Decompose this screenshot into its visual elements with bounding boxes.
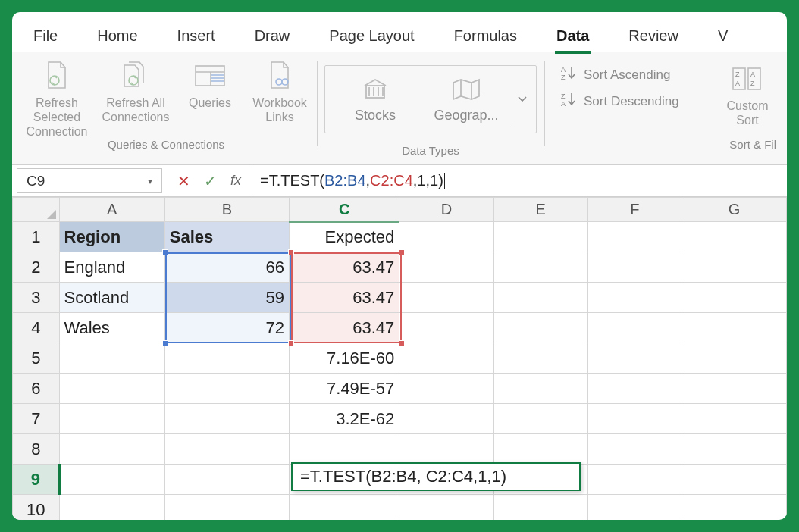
- refresh-selected-connection-button[interactable]: Refresh Selected Connection: [21, 58, 92, 139]
- cell-F1[interactable]: [588, 222, 682, 252]
- col-header-B[interactable]: B: [164, 198, 289, 222]
- cell-grid[interactable]: A B C D E F G 1 Region Sales Expected 2: [12, 197, 787, 520]
- cell-D1[interactable]: [400, 222, 494, 252]
- cell-G3[interactable]: [682, 283, 786, 313]
- cell-A5[interactable]: [59, 343, 164, 374]
- cell-A3[interactable]: Scotland: [59, 283, 164, 313]
- cell-C5[interactable]: 7.16E-60: [290, 343, 400, 374]
- cell-D2[interactable]: [400, 252, 494, 283]
- cell-G4[interactable]: [682, 313, 786, 343]
- refresh-all-connections-button[interactable]: Refresh All Connections: [100, 58, 171, 124]
- cell-C4[interactable]: 63.47: [290, 313, 400, 343]
- cell-F9[interactable]: [588, 465, 682, 495]
- cell-D9[interactable]: [400, 465, 494, 495]
- cell-G2[interactable]: [682, 252, 786, 283]
- cell-B1[interactable]: Sales: [164, 222, 289, 252]
- tab-formulas[interactable]: Formulas: [448, 23, 523, 49]
- cell-F2[interactable]: [588, 252, 682, 283]
- cell-E3[interactable]: [494, 283, 588, 313]
- row-header-5[interactable]: 5: [13, 343, 60, 374]
- col-header-D[interactable]: D: [400, 198, 494, 222]
- cell-E7[interactable]: [494, 404, 588, 434]
- col-header-A[interactable]: A: [59, 198, 164, 222]
- cell-C2[interactable]: 63.47: [290, 252, 400, 283]
- cell-D7[interactable]: [400, 404, 494, 434]
- cell-A10[interactable]: [59, 495, 164, 521]
- row-header-1[interactable]: 1: [13, 222, 60, 252]
- cell-G6[interactable]: [682, 374, 786, 404]
- cell-E2[interactable]: [494, 252, 588, 283]
- select-all-corner[interactable]: [13, 198, 60, 222]
- cell-E1[interactable]: [494, 222, 588, 252]
- cell-G9[interactable]: [682, 465, 786, 495]
- tab-view-truncated[interactable]: V: [712, 23, 734, 49]
- custom-sort-button[interactable]: Z A A Z Custom Sort: [717, 58, 778, 136]
- cell-A7[interactable]: [59, 404, 164, 434]
- cell-E9[interactable]: [494, 465, 588, 495]
- formula-input[interactable]: =T.TEST(B2:B4, C2:C4,1,1): [252, 165, 787, 196]
- cell-A8[interactable]: [59, 434, 164, 465]
- data-types-gallery[interactable]: Stocks Geograp...: [324, 65, 537, 133]
- enter-button[interactable]: ✓: [204, 172, 217, 190]
- cell-E5[interactable]: [494, 343, 588, 374]
- row-header-3[interactable]: 3: [13, 283, 60, 313]
- cell-C6[interactable]: 7.49E-57: [290, 374, 400, 404]
- cell-E4[interactable]: [494, 313, 588, 343]
- tab-home[interactable]: Home: [91, 23, 143, 49]
- workbook-links-button[interactable]: Workbook Links: [249, 58, 311, 124]
- row-header-4[interactable]: 4: [13, 313, 60, 343]
- row-header-2[interactable]: 2: [13, 252, 60, 283]
- sort-descending-button[interactable]: Z A Sort Descending: [561, 92, 679, 111]
- cell-C7[interactable]: 3.2E-62: [290, 404, 400, 434]
- tab-page-layout[interactable]: Page Layout: [323, 23, 420, 49]
- cell-G1[interactable]: [682, 222, 786, 252]
- cell-B7[interactable]: [164, 404, 289, 434]
- cell-B9[interactable]: [164, 465, 289, 495]
- cell-A1[interactable]: Region: [59, 222, 164, 252]
- fx-icon[interactable]: fx: [230, 173, 241, 189]
- cell-D6[interactable]: [400, 374, 494, 404]
- cell-D3[interactable]: [400, 283, 494, 313]
- cell-C8[interactable]: [290, 434, 400, 465]
- cell-F3[interactable]: [588, 283, 682, 313]
- row-header-8[interactable]: 8: [13, 434, 60, 465]
- data-types-more-button[interactable]: [512, 73, 531, 126]
- cell-D4[interactable]: [400, 313, 494, 343]
- cell-B2[interactable]: 66: [164, 252, 289, 283]
- cell-B4[interactable]: 72: [164, 313, 289, 343]
- geography-button[interactable]: Geograp...: [421, 76, 512, 124]
- cell-B10[interactable]: [164, 495, 289, 521]
- cell-C3[interactable]: 63.47: [290, 283, 400, 313]
- cell-D10[interactable]: [400, 495, 494, 521]
- cell-A4[interactable]: Wales: [59, 313, 164, 343]
- cell-B5[interactable]: [164, 343, 289, 374]
- cell-D5[interactable]: [400, 343, 494, 374]
- cell-F5[interactable]: [588, 343, 682, 374]
- cell-A2[interactable]: England: [59, 252, 164, 283]
- row-header-6[interactable]: 6: [13, 374, 60, 404]
- tab-insert[interactable]: Insert: [171, 23, 221, 49]
- stocks-button[interactable]: Stocks: [330, 76, 421, 124]
- cancel-button[interactable]: ✕: [177, 172, 190, 190]
- queries-button[interactable]: Queries: [179, 58, 241, 110]
- col-header-E[interactable]: E: [494, 198, 588, 222]
- col-header-G[interactable]: G: [682, 198, 786, 222]
- cell-B3[interactable]: 59: [164, 283, 289, 313]
- col-header-F[interactable]: F: [588, 198, 682, 222]
- cell-F6[interactable]: [588, 374, 682, 404]
- cell-D8[interactable]: [400, 434, 494, 465]
- tab-draw[interactable]: Draw: [249, 23, 296, 49]
- name-box[interactable]: C9 ▾: [17, 168, 162, 193]
- tab-review[interactable]: Review: [622, 23, 685, 49]
- cell-E8[interactable]: [494, 434, 588, 465]
- row-header-10[interactable]: 10: [13, 495, 60, 521]
- cell-G7[interactable]: [682, 404, 786, 434]
- tab-data[interactable]: Data: [550, 23, 595, 49]
- cell-B8[interactable]: [164, 434, 289, 465]
- cell-C1[interactable]: Expected: [290, 222, 400, 252]
- cell-B6[interactable]: [164, 374, 289, 404]
- row-header-7[interactable]: 7: [13, 404, 60, 434]
- cell-F4[interactable]: [588, 313, 682, 343]
- tab-file[interactable]: File: [27, 23, 64, 49]
- cell-C9[interactable]: [290, 465, 400, 495]
